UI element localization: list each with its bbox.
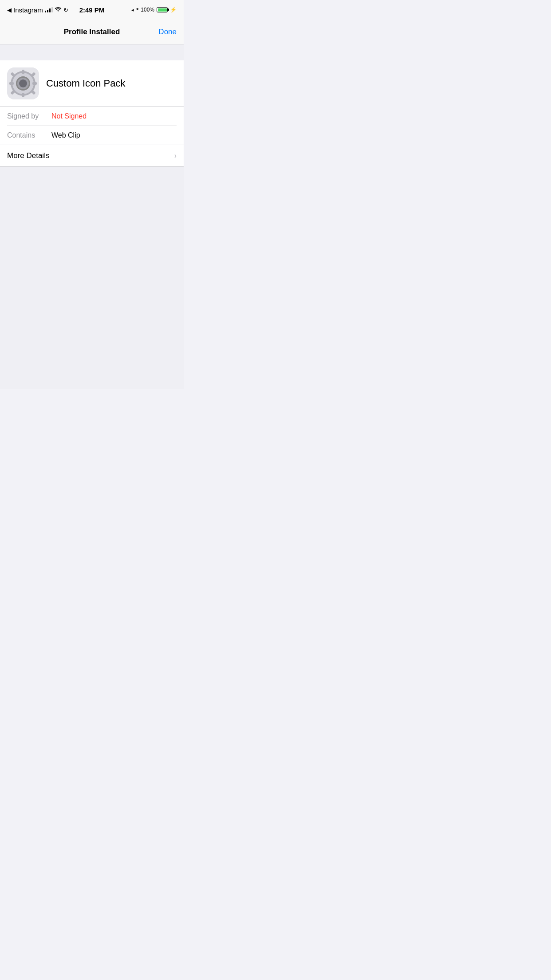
battery-percent: 100% [141,7,154,13]
svg-rect-5 [9,82,14,85]
charging-icon: ⚡ [170,7,177,13]
status-bar-left: ◀ Instagram ↻ [7,6,68,14]
svg-rect-6 [32,82,37,85]
bluetooth-icon: * [136,7,138,13]
done-button[interactable]: Done [158,28,177,36]
contains-row: Contains Web Clip [7,126,177,145]
app-name: Instagram [13,6,43,14]
settings-gear-icon [7,67,39,99]
svg-point-13 [19,79,27,87]
profile-card: Custom Icon Pack [0,60,184,107]
status-bar: ◀ Instagram ↻ 2:49 PM ◂ * 100% [0,0,184,20]
wifi-icon [55,6,62,13]
profile-name: Custom Icon Pack [46,78,126,89]
signed-by-value: Not Signed [51,112,87,120]
more-details-row[interactable]: More Details › [0,145,184,167]
details-section: Signed by Not Signed Contains Web Clip [0,107,184,145]
signed-by-label: Signed by [7,112,51,120]
profile-icon [7,67,39,99]
signed-by-row: Signed by Not Signed [7,107,177,126]
svg-rect-4 [22,93,24,97]
gray-spacer [0,44,184,60]
battery-icon [157,7,168,12]
back-arrow-icon: ◀ [7,7,12,13]
status-bar-time: 2:49 PM [79,6,105,14]
nav-bar: Profile Installed Done [0,20,184,44]
status-bar-right: ◂ * 100% ⚡ [131,7,177,13]
contains-label: Contains [7,131,51,139]
signal-bars-icon [45,7,53,12]
svg-rect-3 [22,70,24,74]
chevron-right-icon: › [174,152,177,160]
bottom-area [0,167,184,389]
refresh-icon: ↻ [63,7,68,13]
more-details-label: More Details [7,151,49,160]
contains-value: Web Clip [51,131,80,139]
location-icon: ◂ [131,7,134,13]
nav-title: Profile Installed [64,28,120,36]
